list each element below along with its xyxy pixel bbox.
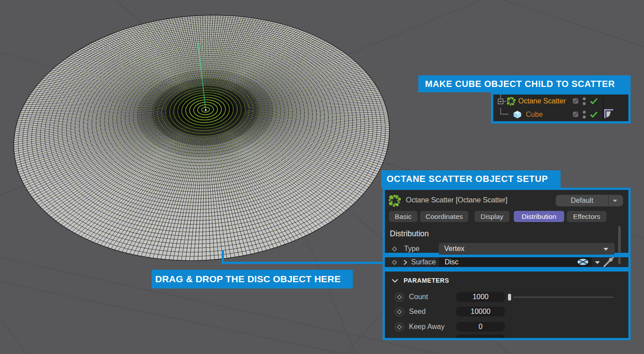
visibility-dots-icon[interactable] [582, 97, 586, 105]
parameter-diamond-icon[interactable] [391, 246, 398, 252]
object-manager-panel: Octane Scatter Cube [491, 92, 631, 123]
parameter-diamond-icon[interactable] [395, 292, 404, 302]
tree-branch-line [498, 108, 511, 116]
object-row-cube[interactable]: Cube [493, 108, 628, 121]
type-label: Type [404, 245, 420, 253]
keep-away-input[interactable]: 0 [456, 322, 505, 332]
count-label: Count [409, 293, 428, 301]
count-input[interactable]: 1000 [456, 292, 505, 302]
object-name-octane-scatter[interactable]: Octane Scatter [518, 97, 566, 105]
attribute-header: Octane Scatter [Octane Scatter] Default [385, 190, 628, 210]
surface-label: Surface [411, 258, 436, 266]
keep-away-label: Keep Away [409, 323, 445, 331]
octane-scatter-icon[interactable] [506, 96, 516, 106]
tab-display[interactable]: Display [475, 211, 509, 222]
callout-make-cube-child: MAKE CUBE OBJECT CHILD TO SCATTER [418, 75, 631, 92]
tab-coordinates[interactable]: Coordinates [420, 211, 468, 222]
surface-parameter-row: Surface Disc [385, 257, 628, 267]
surface-link-field[interactable]: Disc [439, 257, 592, 267]
attribute-tabs: Basic Coordinates Display Distribution E… [385, 211, 628, 222]
callout-drag-drop: DRAG & DROP THE DISC OBJECT HERE [152, 270, 353, 288]
parameters-title: PARAMETERS [404, 277, 449, 284]
clipped-next-input [456, 334, 505, 338]
type-parameter-row: Type Vertex [385, 243, 628, 255]
disc-origin-point [205, 109, 206, 111]
tab-effectors[interactable]: Effectors [567, 211, 607, 222]
octane-object-tag-icon[interactable] [604, 109, 614, 119]
chevron-down-icon[interactable] [594, 261, 600, 264]
enabled-check-icon[interactable] [590, 111, 598, 118]
parameter-diamond-icon[interactable] [391, 259, 398, 266]
parameters-panel: PARAMETERS Count 1000 Seed 10000 Keep Aw… [383, 269, 631, 340]
cube-icon[interactable] [513, 110, 522, 119]
cinema4d-octane-scatter-tutorial: { "accent_color": "#0d87d1", "callouts":… [0, 0, 644, 354]
tab-basic[interactable]: Basic [389, 211, 417, 222]
seed-parameter-row: Seed 10000 [385, 306, 628, 317]
count-parameter-row: Count 1000 [385, 292, 628, 302]
seed-input[interactable]: 10000 [456, 307, 505, 317]
scrollbar-thumb[interactable] [618, 226, 621, 253]
section-heading: Distribution [390, 228, 429, 239]
keep-away-parameter-row: Keep Away 0 [385, 321, 628, 332]
count-slider-knob[interactable] [508, 294, 511, 300]
expand-toggle-icon[interactable] [498, 95, 507, 104]
attribute-title: Octane Scatter [Octane Scatter] [406, 196, 508, 204]
parameter-diamond-icon[interactable] [395, 307, 404, 317]
object-row-octane-scatter[interactable]: Octane Scatter [493, 95, 628, 108]
surface-value: Disc [445, 258, 458, 266]
tab-distribution[interactable]: Distribution [514, 211, 564, 222]
scrollbar-thumb[interactable] [618, 257, 621, 264]
chevron-right-icon[interactable] [403, 259, 407, 265]
chevron-down-icon [603, 247, 609, 251]
eyedropper-icon[interactable] [603, 256, 614, 268]
layer-toggle-icon[interactable] [573, 111, 578, 117]
parameter-diamond-icon[interactable] [395, 322, 404, 332]
callout-connector-horizontal [222, 262, 383, 264]
enabled-check-icon[interactable] [590, 98, 598, 105]
callout-scatter-setup-text: OCTANE SCATTER OBJECT SETUP [387, 174, 548, 184]
preset-value[interactable]: Default [556, 195, 608, 206]
type-dropdown[interactable]: Vertex [439, 243, 615, 255]
count-slider-track[interactable] [513, 296, 613, 298]
layer-toggle-icon[interactable] [573, 98, 578, 104]
chevron-down-icon[interactable] [612, 199, 618, 202]
visibility-dots-icon[interactable] [582, 111, 586, 119]
seed-label: Seed [409, 308, 425, 316]
callout-drag-drop-text: DRAG & DROP THE DISC OBJECT HERE [155, 274, 341, 284]
object-name-cube[interactable]: Cube [526, 111, 543, 119]
octane-scatter-icon [388, 194, 401, 207]
eye-icon[interactable] [577, 259, 589, 265]
callout-scatter-setup: OCTANE SCATTER OBJECT SETUP [381, 170, 561, 188]
dropdown-divider [608, 196, 609, 206]
attribute-manager-panel: Octane Scatter [Octane Scatter] Default … [383, 188, 631, 255]
column-separator [603, 95, 603, 121]
callout-make-cube-text: MAKE CUBE OBJECT CHILD TO SCATTER [425, 79, 615, 89]
type-value: Vertex [444, 245, 464, 253]
preset-dropdown[interactable]: Default [556, 195, 623, 206]
surface-row-highlight: Surface Disc [383, 255, 631, 269]
chevron-down-icon[interactable] [392, 279, 398, 283]
parameters-header: PARAMETERS [385, 275, 628, 286]
